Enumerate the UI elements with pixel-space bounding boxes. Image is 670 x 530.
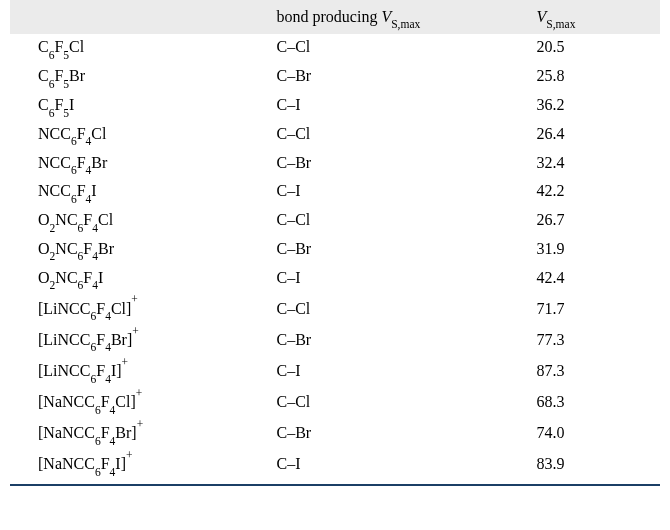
table-row: C6F5ClC–Cl20.5 [10,34,660,63]
table-row: O2NC6F4BrC–Br31.9 [10,236,660,265]
table-row: [NaNCC6F4Cl]+C–Cl68.3 [10,387,660,418]
cell-donor: [NaNCC6F4Cl]+ [10,387,277,418]
cell-donor: O2NC6F4Cl [10,207,277,236]
vsmax-sub: S,max [546,18,575,30]
cell-donor: NCC6F4I [10,178,277,207]
data-table: bond producing VS,max VS,max C6F5ClC–Cl2… [10,0,660,480]
cell-bond: C–I [277,264,537,293]
header-bond-prefix: bond producing [277,8,382,25]
vsmax-sub: S,max [391,18,420,30]
cell-bond: C–Cl [277,387,537,418]
cell-donor: C6F5Br [10,63,277,92]
table-row: [LiNCC6F4Br]+C–Br77.3 [10,324,660,355]
cell-donor: [LiNCC6F4Br]+ [10,324,277,355]
cell-donor: [NaNCC6F4I]+ [10,449,277,480]
cell-bond: C–Cl [277,121,537,150]
cell-donor: [LiNCC6F4Cl]+ [10,293,277,324]
cell-val: 20.5 [537,34,661,63]
cell-val: 71.7 [537,293,661,324]
cell-bond: C–I [277,92,537,121]
header-val: VS,max [537,0,661,34]
cell-bond: C–Cl [277,207,537,236]
cell-bond: C–Br [277,418,537,449]
cell-donor: O2NC6F4Br [10,236,277,265]
table-row: C6F5BrC–Br25.8 [10,63,660,92]
cell-donor: O2NC6F4I [10,264,277,293]
cell-val: 42.4 [537,264,661,293]
cell-donor: NCC6F4Br [10,149,277,178]
cell-val: 77.3 [537,324,661,355]
cell-val: 31.9 [537,236,661,265]
table-row: [NaNCC6F4Br]+C–Br74.0 [10,418,660,449]
table-row: NCC6F4IC–I42.2 [10,178,660,207]
table-row: O2NC6F4IC–I42.4 [10,264,660,293]
cell-bond: C–I [277,355,537,386]
cell-val: 87.3 [537,355,661,386]
table-body: C6F5ClC–Cl20.5C6F5BrC–Br25.8C6F5IC–I36.2… [10,34,660,480]
cell-val: 25.8 [537,63,661,92]
cell-bond: C–Cl [277,34,537,63]
cell-val: 26.7 [537,207,661,236]
cell-bond: C–I [277,449,537,480]
table-row: [LiNCC6F4I]+C–I87.3 [10,355,660,386]
cell-val: 42.2 [537,178,661,207]
cell-bond: C–Br [277,63,537,92]
cell-bond: C–Br [277,149,537,178]
cell-val: 68.3 [537,387,661,418]
header-donor [10,0,277,34]
table-row: [NaNCC6F4I]+C–I83.9 [10,449,660,480]
bottom-rule [10,484,660,486]
header-bond: bond producing VS,max [277,0,537,34]
vsmax-italic: V [381,8,391,25]
cell-val: 36.2 [537,92,661,121]
cell-val: 83.9 [537,449,661,480]
cell-donor: [NaNCC6F4Br]+ [10,418,277,449]
cell-val: 74.0 [537,418,661,449]
cell-donor: NCC6F4Cl [10,121,277,150]
cell-val: 32.4 [537,149,661,178]
cell-bond: C–Br [277,236,537,265]
cell-donor: C6F5Cl [10,34,277,63]
vsmax-italic: V [537,8,547,25]
table-row: NCC6F4BrC–Br32.4 [10,149,660,178]
table-row: NCC6F4ClC–Cl26.4 [10,121,660,150]
cell-donor: C6F5I [10,92,277,121]
table-row: O2NC6F4ClC–Cl26.7 [10,207,660,236]
table-row: C6F5IC–I36.2 [10,92,660,121]
cell-bond: C–Cl [277,293,537,324]
table-row: [LiNCC6F4Cl]+C–Cl71.7 [10,293,660,324]
cell-val: 26.4 [537,121,661,150]
cell-bond: C–I [277,178,537,207]
header-row: bond producing VS,max VS,max [10,0,660,34]
cell-donor: [LiNCC6F4I]+ [10,355,277,386]
cell-bond: C–Br [277,324,537,355]
table-wrapper: bond producing VS,max VS,max C6F5ClC–Cl2… [0,0,670,494]
